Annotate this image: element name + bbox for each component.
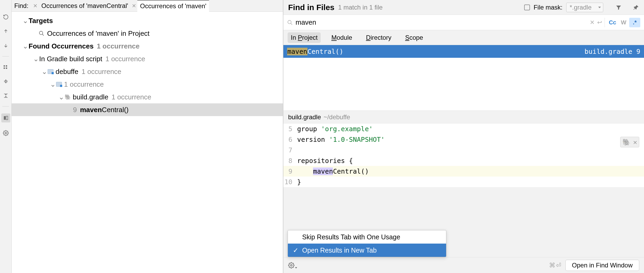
proj-count: 1 occurrence	[81, 68, 121, 76]
chevron-down-icon[interactable]: ⌄	[41, 68, 48, 76]
proj-name: debuffe	[56, 68, 78, 76]
prev-occurrence-icon[interactable]	[2, 28, 10, 35]
preview-filepath: ~/debuffe	[324, 113, 350, 121]
targets-sub: Occurrences of 'maven' in Project	[47, 29, 149, 38]
preview-filename: build.gradle	[288, 113, 321, 121]
find-label: Find:	[14, 2, 28, 10]
rerun-icon[interactable]	[2, 13, 10, 21]
tree-result-row[interactable]: 9 mavenCentral()	[12, 103, 283, 116]
tree-targets[interactable]: ⌄ Targets	[12, 14, 283, 27]
file-mask-select[interactable]: *.gradle	[566, 3, 603, 12]
tree-found[interactable]: ⌄ Found Occurrences 1 occurrence	[12, 40, 283, 52]
find-tab-2[interactable]: Occurrences of 'maven'	[137, 0, 209, 12]
pin-icon[interactable]	[633, 4, 639, 11]
file-name: build.gradle	[73, 93, 108, 101]
svg-rect-5	[6, 116, 8, 120]
find-toolbar	[0, 0, 12, 273]
clear-icon[interactable]: ✕	[590, 19, 595, 26]
menu-skip-results[interactable]: Skip Results Tab with One Usage	[288, 230, 446, 244]
scope-directory[interactable]: Directory	[363, 32, 394, 43]
preview-header: build.gradle ~/debuffe	[283, 111, 644, 124]
tree-targets-sub[interactable]: Occurrences of 'maven' in Project	[12, 27, 283, 40]
chevron-down-icon[interactable]: ⌄	[50, 80, 56, 89]
svg-rect-0	[3, 65, 5, 67]
search-input[interactable]	[296, 18, 587, 27]
gradle-icon: 🐘	[622, 138, 631, 146]
check-icon: ✓	[293, 246, 298, 254]
close-icon[interactable]: ✕	[633, 138, 637, 146]
tree-project[interactable]: ⌄ debuffe 1 occurrence	[12, 65, 283, 78]
history-icon[interactable]: ↩	[597, 19, 602, 26]
targets-label: Targets	[29, 17, 53, 25]
shortcut-hint: ⌘⏎	[549, 262, 562, 269]
search-icon	[39, 30, 44, 36]
match-case-toggle[interactable]: Cc	[607, 18, 618, 27]
popup-footer: ⌘⏎ Open in Find Window Skip Results Tab …	[283, 257, 644, 273]
scope-project[interactable]: In Project	[288, 32, 321, 43]
popup-title: Find in Files	[288, 3, 334, 12]
collapse-all-icon[interactable]	[2, 92, 10, 99]
find-results-panel: Find: ✕ Occurrences of 'mavenCentral' ✕ …	[12, 0, 283, 273]
chevron-down-icon[interactable]: ⌄	[22, 42, 29, 50]
preview-toggle-icon[interactable]	[1, 113, 10, 122]
result-highlight: maven	[287, 48, 307, 55]
scope-scope[interactable]: Scope	[402, 32, 426, 43]
tree-file[interactable]: ⌄ 🐘 build.gradle 1 occurrence	[12, 91, 283, 103]
file-count: 1 occurrence	[111, 93, 151, 101]
gradle-icon: 🐘	[65, 94, 71, 100]
open-in-find-window-button[interactable]: Open in Find Window	[565, 260, 639, 271]
script-label: In Gradle build script	[39, 55, 102, 63]
expand-all-icon[interactable]	[2, 78, 10, 85]
next-occurrence-icon[interactable]	[2, 42, 10, 49]
svg-rect-1	[3, 68, 5, 69]
result-rest: Central()	[307, 48, 343, 55]
close-tab-2[interactable]: ✕	[131, 3, 137, 9]
close-tab-1[interactable]: ✕	[32, 3, 39, 9]
chevron-down-icon[interactable]: ⌄	[58, 93, 65, 101]
result-line-num: 9	[73, 106, 77, 114]
tree-dir[interactable]: ⌄ 1 occurrence	[12, 78, 283, 91]
svg-rect-4	[4, 116, 6, 120]
settings-icon[interactable]	[2, 129, 10, 137]
file-mask-label: File mask:	[534, 4, 563, 11]
gradle-reload-badge[interactable]: 🐘 ✕	[620, 137, 639, 147]
svg-point-6	[5, 132, 7, 134]
search-row: ✕ ↩ Cc W .*	[283, 15, 644, 30]
folder-icon	[48, 69, 53, 74]
toggle-group: Cc W .*	[605, 18, 640, 27]
svg-point-9	[291, 265, 292, 266]
menu-open-new-tab[interactable]: ✓ Open Results in New Tab	[288, 244, 446, 257]
result-suffix: Central()	[102, 106, 129, 114]
svg-rect-2	[6, 65, 7, 67]
result-row[interactable]: mavenCentral() build.gradle 9	[283, 45, 644, 58]
find-in-files-popup: Find in Files 1 match in 1 file File mas…	[283, 0, 644, 273]
regex-toggle[interactable]: .*	[629, 18, 640, 27]
scope-row: In Project Module Directory Scope	[283, 30, 644, 45]
scope-module[interactable]: Module	[328, 32, 355, 43]
find-tab-1[interactable]: Occurrences of 'mavenCentral'	[39, 0, 131, 12]
chevron-down-icon[interactable]: ⌄	[22, 17, 29, 25]
svg-rect-3	[6, 68, 7, 69]
result-file: build.gradle 9	[584, 48, 640, 55]
gear-icon[interactable]	[288, 262, 294, 268]
find-tabbar: Find: ✕ Occurrences of 'mavenCentral' ✕ …	[12, 0, 283, 12]
search-icon	[287, 20, 293, 25]
filter-icon[interactable]	[615, 4, 622, 11]
group-by-icon[interactable]	[2, 63, 10, 71]
svg-point-7	[39, 31, 43, 35]
popup-header: Find in Files 1 match in 1 file File mas…	[283, 0, 644, 15]
result-prefix: maven	[80, 106, 102, 114]
found-label: Found Occurrences	[29, 42, 94, 50]
results-tree[interactable]: ⌄ Targets Occurrences of 'maven' in Proj…	[12, 12, 283, 273]
file-mask-checkbox[interactable]	[524, 5, 530, 10]
words-toggle[interactable]: W	[618, 18, 629, 27]
chevron-down-icon[interactable]: ⌄	[33, 55, 39, 63]
dir-count: 1 occurrence	[64, 80, 104, 89]
result-list-blank	[283, 58, 644, 111]
code-preview[interactable]: 5group 'org.example' 6version '1.0-SNAPS…	[283, 124, 644, 187]
gear-menu: Skip Results Tab with One Usage ✓ Open R…	[288, 230, 446, 257]
popup-subtitle: 1 match in 1 file	[338, 4, 383, 11]
found-count: 1 occurrence	[97, 42, 140, 50]
svg-point-8	[288, 20, 291, 24]
tree-script[interactable]: ⌄ In Gradle build script 1 occurrence	[12, 52, 283, 65]
